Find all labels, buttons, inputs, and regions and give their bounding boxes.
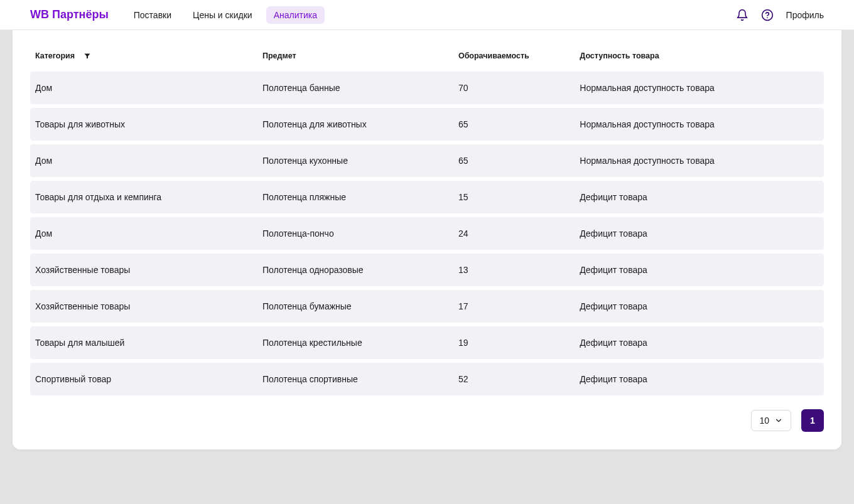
table-footer: 10 1 (30, 409, 824, 432)
header-turnover-label: Оборачиваемость (458, 51, 529, 60)
cell-category: Хозяйственные товары (35, 265, 262, 275)
table-row[interactable]: Спортивный товарПолотенца спортивные52Де… (30, 363, 824, 395)
cell-category: Дом (35, 156, 262, 166)
bell-icon[interactable] (736, 9, 749, 21)
table-row[interactable]: Товары для отдыха и кемпингаПолотенца пл… (30, 181, 824, 213)
header-category-label: Категория (35, 51, 75, 60)
cell-item: Полотенца крестильные (262, 338, 458, 348)
header-category[interactable]: Категория (35, 51, 262, 60)
cell-item: Полотенца кухонные (262, 156, 458, 166)
table-row[interactable]: Товары для малышейПолотенца крестильные1… (30, 326, 824, 359)
page-size-select[interactable]: 10 (751, 410, 791, 431)
header-turnover[interactable]: Оборачиваемость (458, 51, 580, 60)
nav-item-supplies[interactable]: Поставки (126, 6, 179, 24)
cell-category: Товары для животных (35, 119, 262, 129)
cell-turnover: 65 (458, 119, 580, 129)
cell-availability: Нормальная доступность товара (580, 156, 819, 166)
nav-item-analytics[interactable]: Аналитика (266, 6, 325, 24)
cell-turnover: 65 (458, 156, 580, 166)
brand-logo: WB Партнёры (30, 8, 109, 21)
header-item-label: Предмет (262, 51, 296, 60)
cell-availability: Дефицит товара (580, 338, 819, 348)
cell-turnover: 13 (458, 265, 580, 275)
table-header: Категория Предмет Оборачиваемость Доступ… (30, 45, 824, 72)
chevron-down-icon (774, 416, 783, 425)
profile-link[interactable]: Профиль (786, 10, 824, 20)
cell-item: Полотенца бумажные (262, 301, 458, 311)
cell-availability: Нормальная доступность товара (580, 119, 819, 129)
cell-turnover: 17 (458, 301, 580, 311)
cell-item: Полотенца банные (262, 83, 458, 93)
cell-item: Полотенца одноразовые (262, 265, 458, 275)
page-number-button[interactable]: 1 (801, 409, 824, 432)
cell-item: Полотенца для животных (262, 119, 458, 129)
header-item[interactable]: Предмет (262, 51, 458, 60)
filter-icon[interactable] (84, 52, 91, 60)
page-size-value: 10 (759, 416, 769, 426)
table-row[interactable]: Товары для животныхПолотенца для животны… (30, 108, 824, 141)
cell-availability: Дефицит товара (580, 301, 819, 311)
cell-turnover: 52 (458, 374, 580, 384)
cell-category: Дом (35, 228, 262, 239)
cell-availability: Дефицит товара (580, 192, 819, 202)
topbar-right: Профиль (736, 9, 824, 21)
cell-turnover: 70 (458, 83, 580, 93)
cell-availability: Дефицит товара (580, 374, 819, 384)
nav-item-prices[interactable]: Цены и скидки (185, 6, 260, 24)
header-availability-label: Доступность товара (580, 51, 659, 60)
cell-category: Товары для малышей (35, 338, 262, 348)
cell-item: Полотенца-пончо (262, 228, 458, 239)
help-icon[interactable] (761, 9, 774, 21)
cell-turnover: 15 (458, 192, 580, 202)
cell-item: Полотенца пляжные (262, 192, 458, 202)
cell-category: Товары для отдыха и кемпинга (35, 192, 262, 202)
data-panel: Категория Предмет Оборачиваемость Доступ… (13, 30, 841, 449)
main-nav: Поставки Цены и скидки Аналитика (126, 6, 325, 24)
cell-availability: Дефицит товара (580, 265, 819, 275)
cell-availability: Нормальная доступность товара (580, 83, 819, 93)
cell-category: Хозяйственные товары (35, 301, 262, 311)
table-row[interactable]: ДомПолотенца кухонные65Нормальная доступ… (30, 144, 824, 177)
cell-turnover: 24 (458, 228, 580, 239)
table-row[interactable]: ДомПолотенца банные70Нормальная доступно… (30, 72, 824, 104)
cell-category: Спортивный товар (35, 374, 262, 384)
cell-item: Полотенца спортивные (262, 374, 458, 384)
table-row[interactable]: ДомПолотенца-пончо24Дефицит товара (30, 217, 824, 250)
topbar: WB Партнёры Поставки Цены и скидки Анали… (0, 0, 854, 30)
table-row[interactable]: Хозяйственные товарыПолотенца одноразовы… (30, 254, 824, 286)
cell-category: Дом (35, 83, 262, 93)
table-body: ДомПолотенца банные70Нормальная доступно… (30, 72, 824, 395)
table-row[interactable]: Хозяйственные товарыПолотенца бумажные17… (30, 290, 824, 323)
cell-turnover: 19 (458, 338, 580, 348)
header-availability[interactable]: Доступность товара (580, 51, 819, 60)
cell-availability: Дефицит товара (580, 228, 819, 239)
